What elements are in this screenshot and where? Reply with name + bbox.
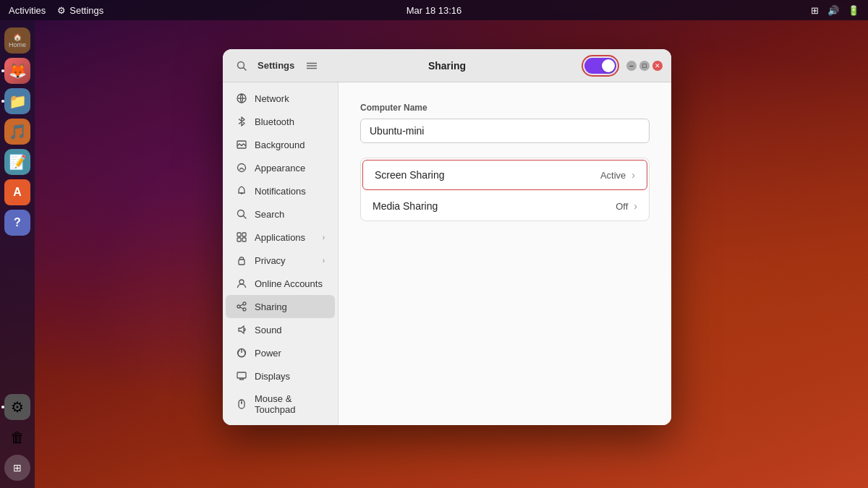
sidebar-label-applications: Applications bbox=[255, 232, 315, 243]
computer-name-label: Computer Name bbox=[360, 103, 650, 113]
bluetooth-icon bbox=[236, 116, 247, 127]
help-icon: ? bbox=[14, 216, 21, 229]
sidebar-item-sound[interactable]: Sound bbox=[226, 318, 335, 341]
dock-item-trash[interactable]: 🗑 bbox=[4, 424, 30, 450]
svg-line-23 bbox=[240, 307, 243, 309]
maximize-button[interactable]: □ bbox=[639, 61, 650, 71]
svg-line-1 bbox=[244, 67, 247, 70]
activities-button[interactable]: Activities bbox=[9, 5, 46, 16]
search-button[interactable] bbox=[231, 56, 252, 76]
dock-item-home[interactable]: 🏠 Home bbox=[4, 27, 30, 53]
sidebar-item-background[interactable]: Background bbox=[226, 133, 335, 156]
sidebar-item-privacy[interactable]: Privacy › bbox=[226, 249, 335, 272]
sharing-toggle[interactable] bbox=[584, 58, 616, 74]
dock-bottom: ⚙ 🗑 ⊞ bbox=[4, 394, 30, 481]
sidebar-item-mouse-touchpad[interactable]: Mouse & Touchpad bbox=[226, 388, 335, 421]
power-icon bbox=[236, 347, 247, 359]
sidebar-label-online-accounts: Online Accounts bbox=[255, 278, 325, 289]
dock-item-help[interactable]: ? bbox=[4, 210, 30, 236]
background-icon bbox=[236, 139, 247, 150]
sidebar-label-bluetooth: Bluetooth bbox=[255, 116, 325, 127]
dock-active-dot bbox=[1, 69, 4, 72]
svg-rect-17 bbox=[239, 260, 244, 265]
rhythmbox-icon: 🎵 bbox=[9, 123, 27, 140]
sharing-toggle-container bbox=[582, 55, 619, 77]
files-icon: 📁 bbox=[9, 93, 27, 110]
sidebar-item-bluetooth[interactable]: Bluetooth bbox=[226, 110, 335, 133]
top-bar-app: ⚙ Settings bbox=[57, 5, 103, 16]
screen-sharing-arrow-icon: › bbox=[631, 169, 635, 181]
dock-active-dot-settings bbox=[1, 406, 4, 408]
sidebar-label-background: Background bbox=[255, 140, 325, 150]
sidebar-item-power[interactable]: Power bbox=[226, 341, 335, 364]
sound-icon: 🔊 bbox=[827, 5, 839, 16]
sidebar-label-network: Network bbox=[255, 93, 325, 104]
dock-item-settings[interactable]: ⚙ bbox=[4, 394, 30, 420]
home-icon: 🏠 bbox=[13, 33, 22, 41]
svg-line-12 bbox=[244, 216, 247, 219]
settings-sidebar: Network Bluetooth Background bbox=[223, 82, 339, 425]
notifications-icon bbox=[236, 185, 247, 197]
svg-line-22 bbox=[240, 304, 243, 306]
grid-icon: ⊞ bbox=[811, 5, 819, 16]
svg-point-19 bbox=[243, 302, 246, 305]
media-sharing-arrow-icon: › bbox=[634, 200, 637, 212]
dock-item-text-editor[interactable]: 📝 bbox=[4, 149, 30, 175]
svg-rect-16 bbox=[242, 238, 246, 241]
applications-icon bbox=[236, 231, 247, 243]
main-content: Computer Name Screen Sharing Active › Me… bbox=[339, 82, 671, 425]
media-sharing-name: Media Sharing bbox=[373, 200, 616, 212]
sidebar-item-search[interactable]: Search bbox=[226, 202, 335, 226]
home-label: Home bbox=[9, 41, 26, 48]
sidebar-item-notifications[interactable]: Notifications bbox=[226, 179, 335, 202]
privacy-icon bbox=[236, 254, 247, 266]
menu-button-wrap bbox=[302, 56, 322, 76]
sidebar-item-keyboard[interactable]: Keyboard bbox=[226, 421, 335, 425]
sidebar-label-appearance: Appearance bbox=[255, 163, 325, 174]
hamburger-icon bbox=[307, 62, 317, 69]
sidebar-item-sharing[interactable]: Sharing bbox=[226, 295, 335, 318]
svg-rect-26 bbox=[237, 372, 246, 378]
dock-item-appgrid[interactable]: ⊞ bbox=[4, 455, 30, 481]
sidebar-label-mouse-touchpad: Mouse & Touchpad bbox=[255, 393, 325, 415]
dock-item-software[interactable]: A bbox=[4, 179, 30, 205]
title-bar-left: Settings bbox=[231, 56, 294, 76]
title-bar-right: – □ ✕ bbox=[582, 55, 663, 77]
screen-sharing-item[interactable]: Screen Sharing Active › bbox=[362, 160, 647, 190]
sidebar-item-displays[interactable]: Displays bbox=[226, 364, 335, 388]
settings-app-name: Settings bbox=[69, 5, 103, 16]
sidebar-title: Settings bbox=[258, 60, 294, 71]
top-bar-left: Activities ⚙ Settings bbox=[9, 5, 103, 16]
sharing-icon bbox=[236, 301, 247, 312]
sharing-list: Screen Sharing Active › Media Sharing Of… bbox=[360, 158, 650, 221]
dock-item-rhythmbox[interactable]: 🎵 bbox=[4, 119, 30, 145]
trash-icon: 🗑 bbox=[10, 429, 25, 446]
sidebar-item-network[interactable]: Network bbox=[226, 87, 335, 110]
minimize-button[interactable]: – bbox=[626, 61, 637, 71]
online-accounts-icon bbox=[236, 278, 247, 289]
close-button[interactable]: ✕ bbox=[652, 61, 663, 71]
sidebar-item-appearance[interactable]: Appearance bbox=[226, 156, 335, 179]
sidebar-item-applications[interactable]: Applications › bbox=[226, 226, 335, 249]
media-sharing-item[interactable]: Media Sharing Off › bbox=[361, 192, 649, 221]
menu-button[interactable] bbox=[302, 56, 322, 76]
mouse-touchpad-icon bbox=[236, 398, 247, 410]
svg-point-20 bbox=[237, 305, 240, 308]
dock-item-files[interactable]: 📁 bbox=[4, 88, 30, 114]
sidebar-label-search: Search bbox=[255, 209, 325, 220]
screen-sharing-name: Screen Sharing bbox=[375, 169, 600, 181]
appearance-icon bbox=[236, 162, 247, 174]
sound-icon-sidebar bbox=[236, 324, 247, 335]
software-icon: A bbox=[13, 186, 22, 199]
firefox-icon: 🦊 bbox=[9, 62, 27, 80]
computer-name-input[interactable] bbox=[360, 119, 650, 143]
dock-item-firefox[interactable]: 🦊 bbox=[4, 58, 30, 84]
applications-arrow-icon: › bbox=[323, 234, 325, 241]
search-sidebar-icon bbox=[236, 208, 247, 220]
media-sharing-status: Off bbox=[616, 201, 628, 212]
network-icon bbox=[236, 93, 247, 104]
window-body: Network Bluetooth Background bbox=[223, 82, 671, 425]
displays-icon bbox=[236, 370, 247, 382]
dock-active-dot-files bbox=[1, 100, 4, 103]
sidebar-item-online-accounts[interactable]: Online Accounts bbox=[226, 272, 335, 295]
